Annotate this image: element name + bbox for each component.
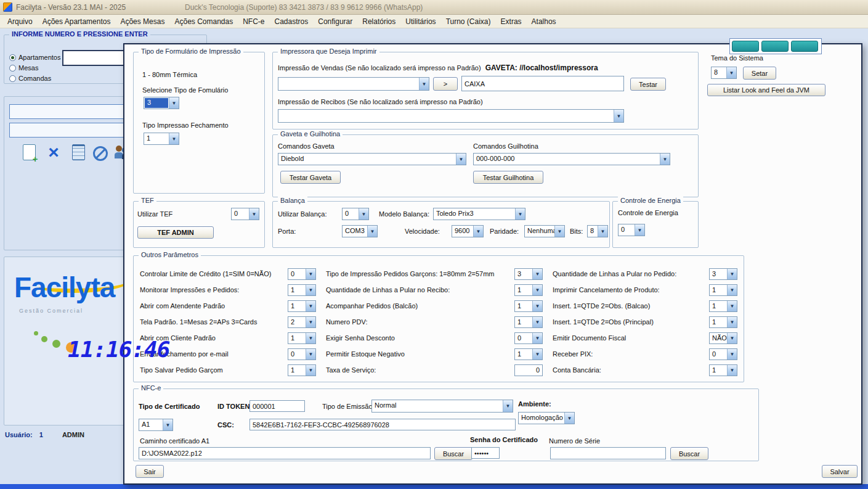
combo-arrow-icon[interactable]: ▼: [727, 349, 737, 360]
radio-mesas-icon[interactable]: [9, 65, 16, 72]
menu-item-acoes-apartamentos[interactable]: Ações Apartamentos: [38, 16, 116, 27]
combo-arrow-icon[interactable]: ▼: [532, 285, 542, 295]
combo-arrow-icon[interactable]: ▼: [306, 365, 315, 376]
combo-arrow-icon[interactable]: ▼: [169, 97, 179, 109]
test-drawer-button[interactable]: Testar Gaveta: [280, 171, 341, 184]
combo-arrow-icon[interactable]: ▼: [532, 301, 542, 311]
radio-apartamentos[interactable]: Apartamentos: [9, 51, 60, 62]
menu-item-acoes-mesas[interactable]: Ações Mesas: [115, 16, 169, 27]
delete-x-icon[interactable]: ×: [45, 144, 62, 161]
combo-arrow-icon[interactable]: ▼: [598, 226, 607, 237]
emission-type-select[interactable]: Normal▼: [371, 400, 513, 413]
drawer-commands-select[interactable]: Diebold▼: [278, 153, 466, 165]
cutter-commands-select[interactable]: 000-000-000▼: [473, 153, 670, 165]
bits-select[interactable]: 8▼: [587, 225, 608, 237]
combo-arrow-icon[interactable]: ▼: [727, 269, 737, 279]
param-select[interactable]: 2▼: [288, 316, 316, 328]
radio-comandas[interactable]: Comandas: [9, 72, 51, 83]
radio-mesas[interactable]: Mesas: [9, 62, 38, 73]
block-icon[interactable]: [92, 145, 109, 162]
combo-arrow-icon[interactable]: ▼: [306, 349, 315, 360]
combo-arrow-icon[interactable]: ▼: [359, 208, 368, 220]
combo-arrow-icon[interactable]: ▼: [532, 333, 542, 343]
service-tax-input[interactable]: 0: [514, 364, 543, 376]
param-select[interactable]: 1▼: [709, 300, 737, 312]
parity-select[interactable]: Nenhuma▼: [524, 225, 565, 237]
param-select[interactable]: 0▼: [709, 348, 737, 360]
param-select[interactable]: 1▼: [288, 364, 316, 376]
form-type-select[interactable]: 3▼: [144, 97, 179, 109]
tef-admin-button[interactable]: TEF ADMIN: [137, 226, 214, 239]
baud-select[interactable]: 9600▼: [452, 225, 484, 237]
param-select[interactable]: 0▼: [514, 332, 543, 344]
combo-arrow-icon[interactable]: ▼: [306, 285, 315, 295]
combo-arrow-icon[interactable]: ▼: [169, 133, 179, 144]
power-control-select[interactable]: 0▼: [618, 224, 645, 236]
param-select[interactable]: 3▼: [514, 268, 543, 280]
csc-input[interactable]: 5842E6B1-7162-FEF3-CCBC-492568976028: [249, 419, 516, 430]
menu-item-acoes-comandas[interactable]: Ações Comandas: [169, 16, 238, 27]
param-select[interactable]: 1▼: [288, 284, 316, 296]
id-token-input[interactable]: 000001: [249, 400, 305, 412]
param-select[interactable]: 1▼: [514, 316, 543, 328]
combo-arrow-icon[interactable]: ▼: [727, 317, 737, 327]
serial-number-input[interactable]: [550, 447, 666, 459]
search-field-1[interactable]: [9, 104, 125, 119]
combo-arrow-icon[interactable]: ▼: [163, 419, 172, 430]
combo-arrow-icon[interactable]: ▼: [249, 208, 259, 220]
combo-arrow-icon[interactable]: ▼: [306, 301, 315, 311]
combo-arrow-icon[interactable]: ▼: [367, 226, 377, 237]
menu-item-configurar[interactable]: Configurar: [313, 16, 357, 27]
save-button[interactable]: Salvar: [822, 465, 858, 478]
test-cutter-button[interactable]: Testar Guilhotina: [473, 171, 543, 184]
printer-name-input[interactable]: CAIXA: [461, 76, 624, 91]
use-scale-select[interactable]: 0▼: [342, 208, 369, 220]
combo-arrow-icon[interactable]: ▼: [727, 365, 737, 376]
combo-arrow-icon[interactable]: ▼: [515, 208, 525, 220]
teal-button[interactable]: [761, 41, 789, 52]
combo-arrow-icon[interactable]: ▼: [532, 349, 542, 360]
sales-printer-select[interactable]: ▼: [278, 77, 429, 91]
param-select[interactable]: 0▼: [288, 268, 316, 280]
browse-serial-button[interactable]: Buscar: [670, 447, 708, 460]
combo-arrow-icon[interactable]: ▼: [473, 226, 483, 237]
menu-item-turno-caixa[interactable]: Turno (Caixa): [441, 16, 496, 27]
scale-model-select[interactable]: Toledo Prix3▼: [433, 208, 525, 220]
search-field-2[interactable]: [9, 123, 125, 138]
param-select[interactable]: 3▼: [709, 268, 737, 280]
use-tef-select[interactable]: 0▼: [231, 208, 259, 220]
teal-button[interactable]: [791, 41, 818, 52]
param-select[interactable]: 1▼: [288, 300, 316, 312]
receipt-printer-select[interactable]: ▼: [278, 109, 624, 123]
combo-arrow-icon[interactable]: ▼: [660, 154, 670, 165]
combo-arrow-icon[interactable]: ▼: [306, 333, 315, 343]
notepad-icon[interactable]: [70, 144, 87, 161]
combo-arrow-icon[interactable]: ▼: [727, 285, 737, 295]
combo-arrow-icon[interactable]: ▼: [532, 269, 542, 279]
environment-select[interactable]: Homologação▼: [518, 412, 575, 424]
exit-button[interactable]: Sair: [136, 465, 164, 478]
cert-path-input[interactable]: D:\JOSMA2022.p12: [139, 447, 431, 459]
port-select[interactable]: COM3▼: [342, 225, 378, 237]
assign-printer-button[interactable]: >: [433, 77, 458, 91]
combo-arrow-icon[interactable]: ▼: [727, 301, 737, 311]
menu-item-cadastros[interactable]: Cadastros: [270, 16, 314, 27]
combo-arrow-icon[interactable]: ▼: [306, 269, 315, 279]
radio-apartamentos-icon[interactable]: [9, 54, 16, 61]
cert-password-input[interactable]: ••••••: [471, 447, 500, 459]
menu-item-atalhos[interactable]: Atalhos: [527, 16, 561, 27]
combo-arrow-icon[interactable]: ▼: [554, 226, 564, 237]
list-laf-button[interactable]: Listar Look and Feel da JVM: [707, 84, 825, 96]
number-input[interactable]: [62, 50, 129, 66]
param-select[interactable]: 1▼: [514, 300, 543, 312]
menu-item-nfce[interactable]: NFC-e: [238, 16, 269, 27]
menu-item-relatorios[interactable]: Relatórios: [357, 16, 400, 27]
cert-type-select[interactable]: A1▼: [139, 419, 173, 431]
set-theme-button[interactable]: Setar: [743, 67, 776, 80]
menu-item-arquivo[interactable]: Arquivo: [2, 16, 38, 27]
combo-arrow-icon[interactable]: ▼: [635, 224, 644, 236]
param-select[interactable]: 1▼: [514, 284, 543, 296]
combo-arrow-icon[interactable]: ▼: [306, 317, 315, 327]
param-select[interactable]: 0▼: [288, 348, 316, 360]
teal-button[interactable]: [732, 41, 759, 52]
